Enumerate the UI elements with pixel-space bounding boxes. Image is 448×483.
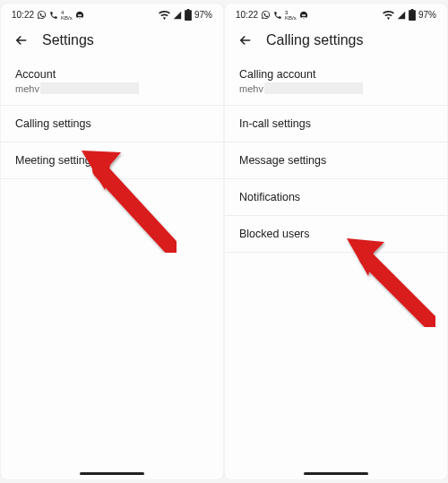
list-item-notifications[interactable]: Notifications <box>225 179 447 216</box>
arrow-left-icon <box>237 32 254 48</box>
arrow-left-icon <box>13 32 30 48</box>
account-section[interactable]: Account mehv <box>1 59 223 106</box>
redacted-text <box>264 82 363 94</box>
page-title: Calling settings <box>266 32 364 48</box>
battery-percent: 97% <box>194 10 212 20</box>
page-title: Settings <box>42 32 94 48</box>
status-bar: 10:22 4KB/s 97% <box>1 4 223 23</box>
status-time: 10:22 <box>12 10 34 20</box>
battery-icon <box>409 9 416 21</box>
wifi-icon <box>383 11 394 20</box>
list-item-incall-settings[interactable]: In-call settings <box>225 106 447 142</box>
redacted-text <box>40 82 139 94</box>
dnd-icon <box>299 11 308 20</box>
battery-icon <box>185 9 192 21</box>
phone-icon <box>49 11 58 20</box>
status-time: 10:22 <box>236 10 258 20</box>
status-bar: 10:22 3KB/s 97% <box>225 4 447 23</box>
signal-icon <box>397 11 406 20</box>
app-header: Settings <box>1 23 223 59</box>
calling-account-label: Calling account <box>239 68 433 81</box>
wifi-icon <box>159 11 170 20</box>
phone-screen-settings: 10:22 4KB/s 97% Settings Account mehv <box>1 4 223 479</box>
gesture-bar[interactable] <box>80 472 144 475</box>
dnd-icon <box>75 11 84 20</box>
list-item-meeting-settings[interactable]: Meeting settings <box>1 142 223 179</box>
account-value: mehv <box>15 83 39 94</box>
calling-account-value: mehv <box>239 83 263 94</box>
app-header: Calling settings <box>225 23 447 59</box>
gesture-bar[interactable] <box>304 472 368 475</box>
account-label: Account <box>15 68 209 81</box>
signal-icon <box>173 11 182 20</box>
calling-account-section[interactable]: Calling account mehv <box>225 59 447 106</box>
kb-rate: 4KB/s <box>61 10 73 21</box>
list-item-blocked-users[interactable]: Blocked users <box>225 216 447 253</box>
kb-rate: 3KB/s <box>285 10 297 21</box>
phone-icon <box>273 11 282 20</box>
phone-screen-calling-settings: 10:22 3KB/s 97% Calling settings Calling… <box>225 4 447 479</box>
back-button[interactable] <box>237 32 254 48</box>
battery-percent: 97% <box>418 10 436 20</box>
list-item-message-settings[interactable]: Message settings <box>225 142 447 179</box>
whatsapp-icon <box>37 10 47 20</box>
back-button[interactable] <box>13 32 30 48</box>
list-item-calling-settings[interactable]: Calling settings <box>1 106 223 142</box>
whatsapp-icon <box>261 10 271 20</box>
